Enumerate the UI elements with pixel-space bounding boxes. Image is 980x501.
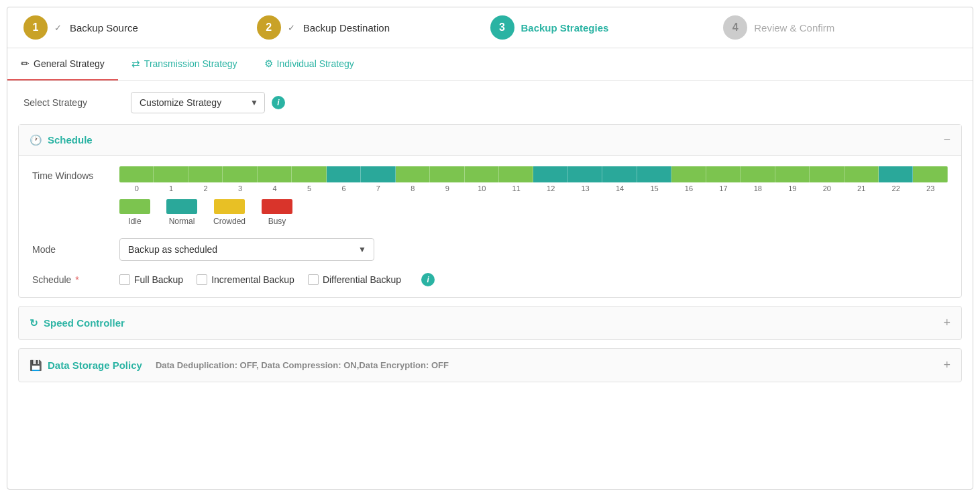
data-storage-title: 💾 Data Storage Policy Data Deduplication… (30, 359, 449, 372)
step-circle-4: 4 (723, 15, 747, 40)
wizard-step-3[interactable]: 3 Backup Strategies (490, 15, 724, 40)
speed-controller-label: Speed Controller (44, 317, 125, 329)
step-circle-3: 3 (490, 15, 514, 40)
tab-general-strategy[interactable]: ✏ General Strategy (7, 48, 118, 80)
speed-icon: ↻ (30, 317, 38, 329)
mode-select-wrapper: Backup as scheduled Stop when busy Backu… (119, 238, 374, 261)
busy-swatch (262, 199, 292, 214)
wizard-bar: 1 ✓ Backup Source 2 ✓ Backup Destination… (7, 7, 973, 48)
clock-icon: 🕐 (30, 134, 42, 146)
full-backup-option[interactable]: Full Backup (119, 274, 183, 285)
tab-transmission-label: Transmission Strategy (144, 58, 237, 69)
speed-controller-section: ↻ Speed Controller + (18, 306, 962, 340)
speed-controller-title: ↻ Speed Controller (30, 317, 125, 329)
schedule-info-icon[interactable]: i (421, 273, 435, 286)
wizard-step-1[interactable]: 1 ✓ Backup Source (23, 15, 257, 40)
mode-select[interactable]: Backup as scheduled Stop when busy Backu… (119, 238, 374, 261)
schedule-collapse-button[interactable]: − (943, 133, 950, 147)
crowded-label: Crowded (213, 217, 246, 226)
storage-icon: 💾 (30, 359, 42, 372)
schedule-section-body: Time Windows 012345678910111213141516171… (19, 156, 961, 297)
schedule-checkboxes-row: Schedule * Full Backup Incremental Backu… (32, 273, 948, 286)
data-storage-label: Data Storage Policy (48, 359, 142, 371)
transmission-icon: ⇄ (131, 58, 140, 70)
data-storage-section: 💾 Data Storage Policy Data Deduplication… (18, 348, 962, 382)
schedule-section-header: 🕐 Schedule − (19, 125, 961, 156)
normal-swatch (166, 199, 197, 214)
busy-label: Busy (268, 217, 286, 226)
step-label-1: Backup Source (70, 22, 138, 34)
data-policy-summary: Data Deduplication: OFF, Data Compressio… (156, 360, 449, 370)
required-star: * (75, 274, 78, 285)
crowded-swatch (214, 199, 245, 214)
tab-general-label: General Strategy (34, 58, 105, 69)
speed-controller-expand-button[interactable]: + (943, 316, 950, 330)
idle-swatch (119, 199, 150, 214)
wizard-step-4[interactable]: 4 Review & Confirm (723, 15, 957, 40)
data-storage-expand-button[interactable]: + (943, 358, 950, 372)
mode-label: Mode (32, 244, 119, 255)
schedule-options: Full Backup Incremental Backup Different… (119, 273, 435, 286)
step-circle-2: 2 (257, 15, 281, 40)
normal-label: Normal (169, 217, 195, 226)
time-windows-chart: 01234567891011121314151617181920212223 I… (119, 166, 948, 226)
strategy-info-icon[interactable]: i (272, 96, 285, 109)
idle-label: Idle (128, 217, 141, 226)
step-check-1: ✓ (54, 23, 62, 33)
step-label-3: Backup Strategies (521, 22, 609, 34)
legend-normal: Normal (166, 199, 197, 226)
full-backup-checkbox[interactable] (119, 274, 130, 285)
legend-idle: Idle (119, 199, 150, 226)
legend-busy: Busy (262, 199, 292, 226)
differential-backup-label: Differential Backup (323, 274, 401, 285)
edit-icon: ✏ (21, 58, 30, 70)
tab-transmission-strategy[interactable]: ⇄ Transmission Strategy (118, 48, 251, 80)
tab-individual-label: Individual Strategy (277, 58, 354, 69)
incremental-backup-label: Incremental Backup (211, 274, 294, 285)
tab-bar: ✏ General Strategy ⇄ Transmission Strate… (7, 48, 973, 81)
differential-backup-checkbox[interactable] (308, 274, 319, 285)
differential-backup-option[interactable]: Differential Backup (308, 274, 401, 285)
gear-icon: ⚙ (264, 58, 273, 70)
step-circle-1: 1 (23, 15, 48, 40)
time-windows-label: Time Windows (32, 166, 119, 181)
mode-row: Mode Backup as scheduled Stop when busy … (32, 238, 948, 261)
main-content-area: Select Strategy Customize Strategy Defau… (7, 92, 973, 401)
full-backup-label: Full Backup (134, 274, 183, 285)
strategy-select[interactable]: Customize Strategy Default Strategy (131, 92, 265, 113)
step-label-4: Review & Confirm (754, 22, 834, 34)
step-check-2: ✓ (288, 23, 295, 33)
incremental-backup-option[interactable]: Incremental Backup (197, 274, 294, 285)
legend-crowded: Crowded (213, 199, 246, 226)
time-ticks-row: 01234567891011121314151617181920212223 (119, 184, 948, 192)
wizard-step-2[interactable]: 2 ✓ Backup Destination (257, 15, 490, 40)
schedule-label-text: Schedule * (32, 274, 119, 285)
time-bar (119, 166, 948, 182)
time-windows-row: Time Windows 012345678910111213141516171… (32, 166, 948, 226)
incremental-backup-checkbox[interactable] (197, 274, 207, 285)
tab-individual-strategy[interactable]: ⚙ Individual Strategy (251, 48, 368, 80)
step-label-2: Backup Destination (303, 22, 390, 34)
schedule-title-text: Schedule (48, 134, 93, 146)
schedule-section: 🕐 Schedule − Time Windows 01234567891011… (18, 124, 962, 298)
select-strategy-wrapper: Customize Strategy Default Strategy ▼ (131, 92, 265, 113)
select-strategy-label: Select Strategy (23, 97, 131, 108)
schedule-section-title: 🕐 Schedule (30, 134, 93, 146)
select-strategy-row: Select Strategy Customize Strategy Defau… (18, 92, 962, 113)
legend-row: Idle Normal Crowded (119, 199, 948, 226)
